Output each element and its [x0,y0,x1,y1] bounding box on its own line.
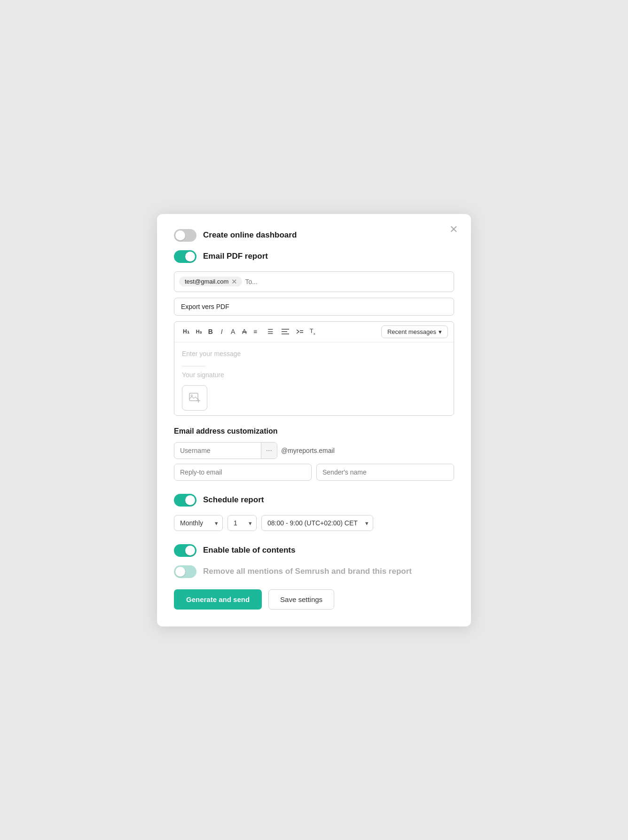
message-editor: H₁ H₂ B I A A̶ ≡ ☰ [174,321,454,416]
create-dashboard-label: Create online dashboard [203,230,297,240]
time-select[interactable]: 08:00 - 9:00 (UTC+02:00) CET [261,515,373,531]
branding-row: Remove all mentions of Semrush and brand… [174,565,454,578]
frequency-select-wrap: Daily Weekly Monthly Quarterly [174,515,223,531]
message-placeholder: Enter your message [182,350,446,357]
toolbar-unordered-list-button[interactable]: ☰ [265,326,278,337]
branding-toggle[interactable] [174,565,196,578]
toolbar-clear-format-button[interactable]: Tx [307,326,318,337]
create-dashboard-toggle[interactable] [174,229,196,242]
day-select-wrap: 1 2345 6789 10111213 14151617 18192021 2… [228,515,257,531]
footer-row: Generate and send Save settings [174,589,454,610]
save-settings-button[interactable]: Save settings [268,589,334,610]
toolbar-strikethrough-button[interactable]: A̶ [239,326,250,337]
toolbar-h1-button[interactable]: H₁ [180,327,192,336]
subject-input[interactable] [174,298,454,316]
email-domain: @myreports.email [281,447,335,454]
toolbar-h2-button[interactable]: H₂ [193,327,204,336]
username-dots-button[interactable]: ··· [261,443,277,459]
generate-send-button[interactable]: Generate and send [174,589,262,610]
toolbar-bold-button[interactable]: B [205,326,216,337]
toolbar-italic-button[interactable]: I [217,326,227,337]
chip-remove-button[interactable]: ✕ [231,278,237,285]
branding-slider [174,565,196,578]
svg-text:≡: ≡ [253,328,257,335]
username-input[interactable] [174,443,261,459]
username-row: ··· @myreports.email [174,442,454,459]
close-button[interactable]: ✕ [447,222,461,237]
email-pdf-row: Email PDF report [174,250,454,263]
email-chip: test@gmail.com ✕ [179,277,242,286]
reply-to-input[interactable] [174,464,312,481]
frequency-select[interactable]: Daily Weekly Monthly Quarterly [174,515,223,531]
schedule-report-slider [174,494,196,507]
svg-point-8 [191,395,193,396]
reply-sender-row [174,464,454,481]
report-modal: ✕ Create online dashboard Email PDF repo… [157,214,471,626]
branding-label: Remove all mentions of Semrush and brand… [203,567,412,576]
table-of-contents-toggle[interactable] [174,544,196,557]
create-dashboard-slider [174,229,196,242]
username-input-wrap: ··· [174,442,277,459]
schedule-report-label: Schedule report [203,495,264,505]
recent-messages-label: Recent messages [387,328,436,335]
svg-rect-7 [189,393,198,401]
chip-email: test@gmail.com [185,278,228,285]
email-recipients-field[interactable]: test@gmail.com ✕ [174,271,454,292]
create-dashboard-row: Create online dashboard [174,229,454,242]
toolbar-font-color-button[interactable]: A [228,326,238,337]
editor-body[interactable]: Enter your message Your signature [174,342,454,415]
signature-placeholder: Your signature [182,371,446,379]
schedule-report-toggle[interactable] [174,494,196,507]
time-select-wrap: 08:00 - 9:00 (UTC+02:00) CET [261,515,373,531]
schedule-options-row: Daily Weekly Monthly Quarterly 1 2345 67… [174,515,454,531]
sender-name-input[interactable] [316,464,454,481]
table-of-contents-label: Enable table of contents [203,546,295,555]
editor-toolbar: H₁ H₂ B I A A̶ ≡ ☰ [174,322,454,342]
email-pdf-label: Email PDF report [203,252,268,261]
toolbar-align-button[interactable] [279,327,292,336]
email-customization-title: Email address customization [174,427,454,436]
to-input[interactable] [245,278,449,285]
toolbar-indent-button[interactable] [293,327,306,336]
toolbar-ordered-list-button[interactable]: ≡ [251,326,264,337]
add-image-button[interactable] [182,385,207,411]
table-of-contents-row: Enable table of contents [174,544,454,557]
recent-messages-button[interactable]: Recent messages ▾ [381,325,448,338]
email-pdf-slider [174,250,196,263]
editor-divider [182,366,205,366]
svg-text:☰: ☰ [267,328,274,335]
day-select[interactable]: 1 2345 6789 10111213 14151617 18192021 2… [228,515,257,531]
schedule-report-row: Schedule report [174,494,454,507]
recent-messages-chevron: ▾ [439,328,442,335]
table-of-contents-slider [174,544,196,557]
email-pdf-toggle[interactable] [174,250,196,263]
